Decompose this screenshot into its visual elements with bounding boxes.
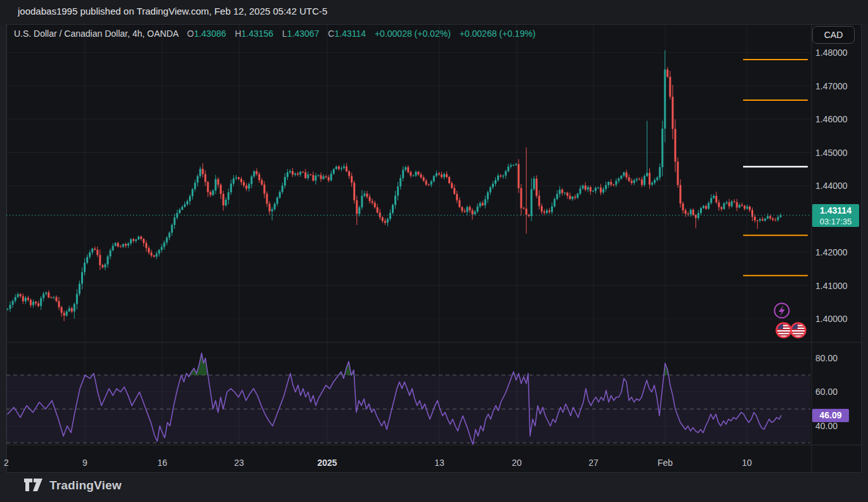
economic-event-lightning-icon	[775, 304, 789, 318]
close-value: 1.43114	[334, 29, 366, 39]
change-value: +0.00028 (+0.02%)	[375, 29, 451, 39]
current-price-value: 1.43114	[812, 205, 859, 217]
bar-countdown: 03:17:35	[812, 217, 859, 226]
low-label: L	[282, 29, 287, 39]
tradingview-logo-icon	[24, 479, 43, 492]
tradingview-logo[interactable]: TradingView	[24, 479, 122, 492]
open-label: O	[187, 29, 194, 39]
page: joodabas1995 published on TradingView.co…	[0, 0, 868, 502]
rsi-value-label: 46.09	[812, 409, 849, 422]
high-value: 1.43156	[242, 29, 274, 39]
tradingview-brand-text: TradingView	[49, 479, 122, 492]
symbol-legend: U.S. Dollar / Canadian Dollar, 4h, OANDA…	[14, 29, 536, 39]
close-label: C	[328, 29, 334, 39]
current-price-label: 1.43114 03:17:35	[812, 204, 859, 227]
chart-canvas[interactable]	[0, 0, 868, 502]
symbol-title[interactable]: U.S. Dollar / Canadian Dollar, 4h, OANDA	[14, 29, 178, 39]
us-flag-event-icon	[791, 323, 806, 338]
change-day-value: +0.00268 (+0.19%)	[460, 29, 536, 39]
footer-bar: TradingView	[0, 473, 868, 502]
us-flag-event-icon	[777, 323, 791, 338]
open-value: 1.43086	[194, 29, 226, 39]
high-label: H	[235, 29, 241, 39]
low-value: 1.43067	[287, 29, 320, 39]
currency-toggle-button[interactable]: CAD	[812, 26, 855, 44]
